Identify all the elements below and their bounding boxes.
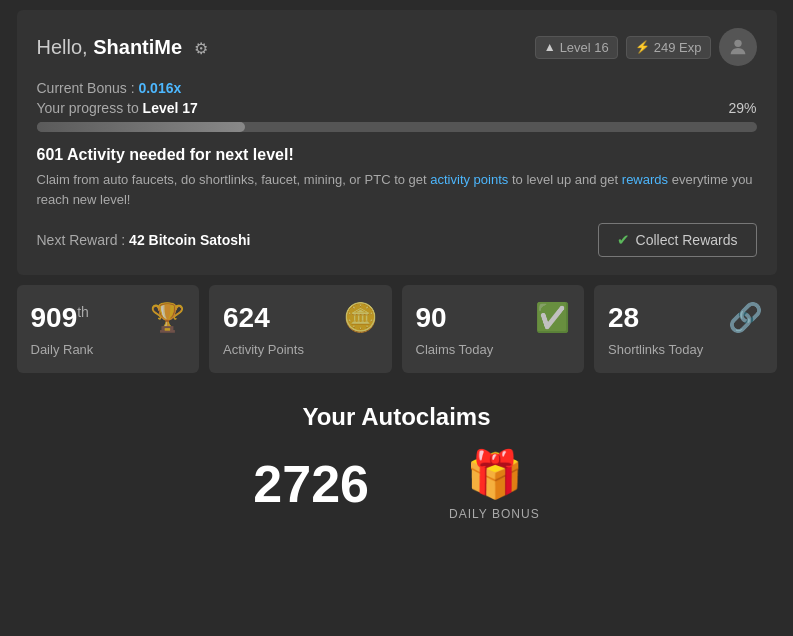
stat-label-claims: Claims Today xyxy=(416,342,571,357)
exp-badge: ⚡ 249 Exp xyxy=(626,36,711,59)
rewards-link[interactable]: rewards xyxy=(622,172,668,187)
trophy-icon: 🏆 xyxy=(150,301,185,334)
username: ShantiMe xyxy=(93,36,182,58)
collect-rewards-button[interactable]: ✔ Collect Rewards xyxy=(598,223,757,257)
stat-top-claims: 90 ✅ xyxy=(416,301,571,334)
exp-icon: ⚡ xyxy=(635,40,650,54)
stat-label-shortlinks: Shortlinks Today xyxy=(608,342,763,357)
exp-text: 249 Exp xyxy=(654,40,702,55)
activity-desc: Claim from auto faucets, do shortlinks, … xyxy=(37,170,757,209)
next-reward-text: Next Reward : 42 Bitcoin Satoshi xyxy=(37,232,251,248)
stat-card-activity: 624 🪙 Activity Points xyxy=(209,285,392,373)
level-badge: ▲ Level 16 xyxy=(535,36,618,59)
level-icon: ▲ xyxy=(544,40,556,54)
progress-level: Level 17 xyxy=(143,100,198,116)
bonus-line: Current Bonus : 0.016x xyxy=(37,80,757,96)
autoclaims-section: Your Autoclaims 2726 🎁 DAILY BONUS xyxy=(17,389,777,531)
greeting-text: Hello, ShantiMe ⚙ xyxy=(37,36,208,58)
stat-card-shortlinks: 28 🔗 Shortlinks Today xyxy=(594,285,777,373)
hello-label: Hello, xyxy=(37,36,94,58)
profile-card: Hello, ShantiMe ⚙ ▲ Level 16 ⚡ 249 Exp xyxy=(17,10,777,275)
profile-header: Hello, ShantiMe ⚙ ▲ Level 16 ⚡ 249 Exp xyxy=(37,28,757,66)
checkmark-icon: ✔ xyxy=(617,231,630,249)
main-container: Hello, ShantiMe ⚙ ▲ Level 16 ⚡ 249 Exp xyxy=(17,10,777,531)
reward-row: Next Reward : 42 Bitcoin Satoshi ✔ Colle… xyxy=(37,223,757,257)
stat-top-activity: 624 🪙 xyxy=(223,301,378,334)
stat-number-claims: 90 xyxy=(416,304,447,332)
stat-card-claims: 90 ✅ Claims Today xyxy=(402,285,585,373)
svg-point-0 xyxy=(734,40,741,47)
avatar xyxy=(719,28,757,66)
progress-text: Your progress to Level 17 xyxy=(37,100,198,116)
daily-bonus-label: DAILY BONUS xyxy=(449,507,540,521)
collect-btn-label: Collect Rewards xyxy=(636,232,738,248)
activity-needed: 601 Activity needed for next level! xyxy=(37,146,757,164)
level-text: Level 16 xyxy=(560,40,609,55)
coins-icon: 🪙 xyxy=(343,301,378,334)
bonus-label: Current Bonus : xyxy=(37,80,139,96)
autoclaims-count: 2726 xyxy=(253,454,369,514)
header-right: ▲ Level 16 ⚡ 249 Exp xyxy=(535,28,757,66)
gear-icon[interactable]: ⚙ xyxy=(194,40,208,57)
stat-number-activity: 624 xyxy=(223,304,270,332)
stat-top-shortlinks: 28 🔗 xyxy=(608,301,763,334)
stat-number-shortlinks: 28 xyxy=(608,304,639,332)
activity-points-link[interactable]: activity points xyxy=(430,172,508,187)
stat-label-rank: Daily Rank xyxy=(31,342,186,357)
stat-number-rank: 909th xyxy=(31,304,89,332)
stat-card-rank: 909th 🏆 Daily Rank xyxy=(17,285,200,373)
progress-bar-fill xyxy=(37,122,246,132)
stat-label-activity: Activity Points xyxy=(223,342,378,357)
stats-row: 909th 🏆 Daily Rank 624 🪙 Activity Points… xyxy=(17,285,777,373)
bonus-value: 0.016x xyxy=(138,80,181,96)
progress-bar-bg xyxy=(37,122,757,132)
stat-top-rank: 909th 🏆 xyxy=(31,301,186,334)
progress-pct: 29% xyxy=(728,100,756,116)
autoclaims-content: 2726 🎁 DAILY BONUS xyxy=(17,447,777,521)
progress-label: Your progress to Level 17 29% xyxy=(37,100,757,116)
greeting-area: Hello, ShantiMe ⚙ xyxy=(37,36,208,59)
link-icon: 🔗 xyxy=(728,301,763,334)
checkmark-box-icon: ✅ xyxy=(535,301,570,334)
gift-icon: 🎁 xyxy=(466,447,523,501)
next-reward-value: 42 Bitcoin Satoshi xyxy=(129,232,250,248)
daily-bonus-col: 🎁 DAILY BONUS xyxy=(449,447,540,521)
autoclaims-title: Your Autoclaims xyxy=(17,403,777,431)
